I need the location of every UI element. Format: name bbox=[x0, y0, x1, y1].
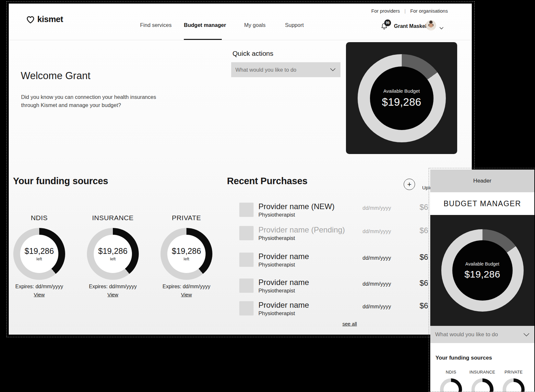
provider-name: Provider name bbox=[258, 278, 309, 287]
funding-source-name: INSURANCE bbox=[92, 214, 134, 223]
funding-source-name: NDIS bbox=[446, 370, 456, 374]
purchase-date: dd/mm/yyyy bbox=[363, 281, 391, 287]
link-for-organisations[interactable]: For organisations bbox=[410, 8, 448, 14]
brand-name: kismet bbox=[37, 14, 63, 24]
mobile-frame: Header BUDGET MANAGER Available Budget $… bbox=[430, 170, 534, 392]
available-budget-card: Available Budget $19,286 bbox=[346, 42, 457, 154]
provider-thumbnail bbox=[239, 279, 254, 293]
funding-source-name: PRIVATE bbox=[505, 370, 523, 374]
link-for-providers[interactable]: For providers bbox=[371, 8, 400, 14]
funding-sources-title: Your funding sources bbox=[13, 176, 108, 186]
budget-label: Available Budget bbox=[465, 261, 499, 267]
nav-my-goals[interactable]: My goals bbox=[244, 22, 266, 28]
funding-view-link[interactable]: View bbox=[107, 292, 118, 298]
budget-donut-chart: Available Budget $19,286 bbox=[358, 54, 446, 142]
provider-type: Physiotherapist bbox=[258, 235, 295, 241]
desktop-frame: kismet Find services Budget manager My g… bbox=[9, 4, 472, 335]
budget-amount: $19,286 bbox=[382, 96, 421, 108]
insurance-mini-donut-chart bbox=[471, 378, 493, 392]
funding-source-name: INSURANCE bbox=[470, 370, 495, 374]
user-name[interactable]: Grant Maskell bbox=[394, 23, 428, 29]
provider-type: Physiotherapist bbox=[258, 262, 295, 268]
funding-source-insurance: INSURANCE $19,286 left Expires: dd/mm/yy… bbox=[80, 214, 145, 298]
purchase-price: $6 bbox=[420, 226, 428, 235]
page-title: Welcome Grant bbox=[21, 70, 90, 82]
notification-badge: 99 bbox=[384, 19, 391, 26]
purchase-price: $6 bbox=[420, 301, 428, 310]
budget-amount: $19,286 bbox=[464, 269, 500, 280]
private-donut-chart: $19,286 left bbox=[160, 228, 212, 280]
purchase-price: $6 bbox=[420, 203, 428, 212]
plus-icon: + bbox=[407, 180, 411, 189]
links-separator: | bbox=[404, 8, 406, 14]
provider-name: Provider name bbox=[258, 252, 309, 261]
mobile-page-title: BUDGET MANAGER bbox=[430, 192, 534, 215]
mobile-header-bar: Header bbox=[430, 170, 534, 192]
funding-source-name: PRIVATE bbox=[172, 214, 201, 223]
chevron-down-icon bbox=[330, 68, 336, 71]
funding-left-label: left bbox=[184, 256, 189, 261]
mobile-funding-private: PRIVATE bbox=[498, 370, 529, 392]
provider-thumbnail bbox=[239, 301, 254, 315]
mobile-funding-ndis: NDIS bbox=[435, 370, 467, 392]
purchase-row[interactable]: Provider name (NEW) Physiotherapist dd/m… bbox=[239, 202, 437, 221]
mobile-funding-insurance: INSURANCE bbox=[467, 370, 498, 392]
user-menu-chevron-icon[interactable] bbox=[439, 25, 444, 31]
ndis-donut-chart: $19,286 left bbox=[13, 228, 65, 280]
quick-actions-dropdown[interactable]: What would you like to do bbox=[231, 62, 340, 77]
provider-type: Physiotherapist bbox=[258, 288, 295, 294]
add-purchase-button[interactable]: + bbox=[404, 179, 415, 190]
purchase-date: dd/mm/yyyy bbox=[363, 303, 391, 310]
see-all-link[interactable]: see all bbox=[342, 321, 357, 327]
ndis-mini-donut-chart bbox=[440, 378, 462, 392]
nav-find-services[interactable]: Find services bbox=[140, 22, 172, 28]
funding-amount: $19,286 bbox=[98, 246, 127, 256]
funding-source-ndis: NDIS $19,286 left Expires: dd/mm/yyyy Vi… bbox=[7, 214, 72, 298]
provider-thumbnail bbox=[239, 203, 254, 217]
mobile-funding-title: Your funding sources bbox=[435, 355, 529, 361]
funding-left-label: left bbox=[36, 256, 42, 261]
quick-actions-title: Quick actions bbox=[232, 50, 273, 57]
recent-purchases-title: Recent Purchases bbox=[227, 176, 307, 186]
purchase-row[interactable]: Provider name (Pending) Physiotherapist … bbox=[239, 225, 437, 245]
purchase-date: dd/mm/yyyy bbox=[363, 255, 391, 261]
purchase-date: dd/mm/yyyy bbox=[363, 205, 391, 211]
purchase-row[interactable]: Provider name Physiotherapist dd/mm/yyyy… bbox=[239, 252, 437, 271]
provider-type: Physiotherapist bbox=[258, 212, 295, 218]
funding-expiry: Expires: dd/mm/yyyy bbox=[162, 284, 210, 290]
funding-amount: $19,286 bbox=[25, 246, 54, 256]
insurance-donut-chart: $19,286 left bbox=[87, 228, 139, 280]
mobile-quick-actions-dropdown[interactable]: What would you like to do bbox=[430, 326, 534, 343]
provider-type: Physiotherapist bbox=[258, 310, 295, 316]
welcome-message: Did you know you can connection your hea… bbox=[21, 93, 160, 109]
funding-left-label: left bbox=[110, 256, 115, 261]
provider-name: Provider name bbox=[258, 301, 309, 310]
funding-source-name: NDIS bbox=[31, 214, 48, 223]
budget-label: Available Budget bbox=[383, 88, 420, 94]
provider-thumbnail bbox=[239, 226, 254, 240]
chevron-down-icon bbox=[523, 333, 529, 337]
kismet-logo[interactable]: kismet bbox=[26, 14, 63, 24]
mobile-funding-section: Your funding sources NDIS INSURANCE PRIV… bbox=[430, 343, 534, 392]
purchase-price: $6 bbox=[420, 253, 428, 262]
funding-expiry: Expires: dd/mm/yyyy bbox=[15, 284, 63, 290]
mobile-budget-donut-chart: Available Budget $19,286 bbox=[441, 229, 524, 312]
funding-source-private: PRIVATE $19,286 left Expires: dd/mm/yyyy… bbox=[154, 214, 219, 298]
provider-name: Provider name (Pending) bbox=[258, 225, 345, 234]
provider-name: Provider name (NEW) bbox=[258, 202, 335, 211]
header-divider bbox=[9, 40, 472, 40]
funding-view-link[interactable]: View bbox=[34, 292, 44, 298]
funding-view-link[interactable]: View bbox=[181, 292, 192, 298]
provider-thumbnail bbox=[239, 253, 254, 267]
avatar[interactable] bbox=[426, 20, 436, 30]
purchase-date: dd/mm/yyyy bbox=[363, 228, 391, 234]
purchase-row[interactable]: Provider name Physiotherapist dd/mm/yyyy… bbox=[239, 278, 437, 297]
nav-support[interactable]: Support bbox=[285, 22, 304, 28]
purchase-row[interactable]: Provider name Physiotherapist dd/mm/yyyy… bbox=[239, 301, 437, 320]
nav-budget-manager[interactable]: Budget manager bbox=[184, 22, 226, 28]
purchase-price: $6 bbox=[420, 279, 428, 288]
private-mini-donut-chart bbox=[503, 378, 525, 392]
dropdown-placeholder: What would you like to do bbox=[435, 326, 498, 343]
heart-logo-icon bbox=[26, 15, 35, 24]
funding-expiry: Expires: dd/mm/yyyy bbox=[89, 284, 137, 290]
